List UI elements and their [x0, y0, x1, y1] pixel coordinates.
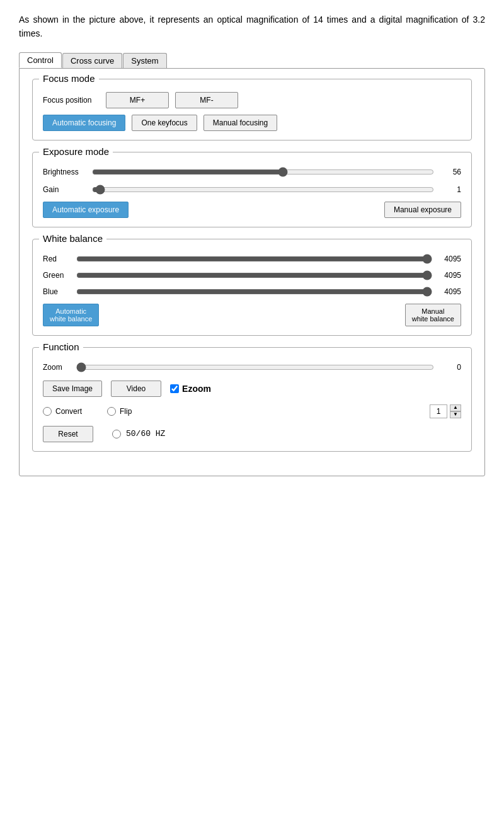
spinbox-container: ▲ ▼ — [430, 404, 461, 418]
ezoom-checkbox[interactable] — [170, 384, 179, 393]
gain-label: Gain — [43, 185, 87, 194]
green-label: Green — [43, 271, 71, 280]
blue-slider[interactable] — [76, 286, 432, 297]
red-label: Red — [43, 255, 71, 263]
red-value: 4095 — [437, 255, 461, 263]
ezoom-label: Ezoom — [182, 384, 211, 394]
flip-radio[interactable] — [107, 407, 116, 416]
zoom-label: Zoom — [43, 363, 71, 372]
red-row: Red 4095 — [43, 253, 461, 265]
blue-label: Blue — [43, 287, 71, 296]
radio-row: Convert Flip ▲ ▼ — [43, 404, 461, 418]
zoom-row: Zoom 0 — [43, 362, 461, 373]
main-panel: Focus mode Focus position MF+ MF- Automa… — [19, 68, 485, 476]
gain-slider[interactable] — [92, 184, 434, 195]
flip-radio-item: Flip — [107, 407, 132, 416]
hz-label: 50/60 HZ — [126, 429, 165, 438]
blue-row: Blue 4095 — [43, 286, 461, 297]
manual-focus-button[interactable]: Manual focusing — [203, 115, 277, 131]
convert-label: Convert — [55, 407, 82, 416]
mf-plus-button[interactable]: MF+ — [106, 92, 169, 108]
one-key-focus-button[interactable]: One keyfocus — [132, 115, 197, 131]
convert-radio-item: Convert — [43, 407, 82, 416]
focus-position-label: Focus position — [43, 96, 100, 105]
spin-up-button[interactable]: ▲ — [450, 404, 461, 411]
focus-mode-section: Focus mode Focus position MF+ MF- Automa… — [32, 79, 472, 140]
spinbox-input[interactable] — [430, 404, 447, 418]
green-value: 4095 — [437, 271, 461, 280]
gain-row: Gain 1 — [43, 184, 461, 195]
focus-mode-title: Focus mode — [39, 73, 99, 84]
mf-minus-button[interactable]: MF- — [175, 92, 238, 108]
manual-white-balance-button[interactable]: Manualwhite balance — [405, 304, 461, 326]
intro-text: As shown in the picture above, it repres… — [19, 13, 485, 41]
focus-position-row: Focus position MF+ MF- — [43, 92, 461, 108]
white-balance-section: White balance Red 4095 Green 4095 Blue 4… — [32, 239, 472, 336]
spin-down-button[interactable]: ▼ — [450, 411, 461, 418]
blue-value: 4095 — [437, 287, 461, 296]
func-buttons-row: Save Image Video Ezoom — [43, 381, 461, 397]
auto-focus-button[interactable]: Automatic focusing — [43, 115, 125, 131]
convert-radio[interactable] — [43, 407, 52, 416]
zoom-value: 0 — [439, 363, 461, 372]
wb-btn-row: Automaticwhite balance Manualwhite balan… — [43, 304, 461, 326]
reset-button[interactable]: Reset — [43, 426, 93, 442]
auto-white-balance-button[interactable]: Automaticwhite balance — [43, 304, 99, 326]
tab-crosscurve[interactable]: Cross curve — [62, 53, 122, 68]
function-title: Function — [39, 341, 83, 352]
hz-radio[interactable] — [112, 430, 121, 438]
ezoom-check: Ezoom — [170, 384, 211, 394]
hz-radio-item: 50/60 HZ — [112, 429, 165, 438]
brightness-value: 56 — [439, 168, 461, 176]
brightness-label: Brightness — [43, 168, 87, 176]
zoom-slider[interactable] — [76, 362, 434, 373]
focus-buttons-row: Automatic focusing One keyfocus Manual f… — [43, 115, 461, 131]
white-balance-title: White balance — [39, 233, 106, 244]
flip-label: Flip — [120, 407, 132, 416]
tab-control[interactable]: Control — [19, 52, 62, 68]
function-section: Function Zoom 0 Save Image Video Ezoom C… — [32, 347, 472, 452]
green-row: Green 4095 — [43, 270, 461, 281]
tab-system[interactable]: System — [123, 53, 166, 68]
gain-value: 1 — [439, 185, 461, 194]
save-image-button[interactable]: Save Image — [43, 381, 102, 397]
video-button[interactable]: Video — [111, 381, 161, 397]
spinbox-arrows: ▲ ▼ — [450, 404, 461, 418]
green-slider[interactable] — [76, 270, 432, 281]
brightness-row: Brightness 56 — [43, 166, 461, 178]
auto-exposure-button[interactable]: Automatic exposure — [43, 202, 129, 218]
tab-bar: Control Cross curve System — [19, 52, 485, 68]
exposure-btn-row: Automatic exposure Manual exposure — [43, 202, 461, 218]
exposure-mode-title: Exposure mode — [39, 146, 113, 157]
brightness-slider[interactable] — [92, 166, 434, 178]
manual-exposure-button[interactable]: Manual exposure — [384, 202, 461, 218]
exposure-mode-section: Exposure mode Brightness 56 Gain 1 Autom… — [32, 152, 472, 227]
red-slider[interactable] — [76, 253, 432, 265]
reset-hz-row: Reset 50/60 HZ — [43, 426, 461, 442]
